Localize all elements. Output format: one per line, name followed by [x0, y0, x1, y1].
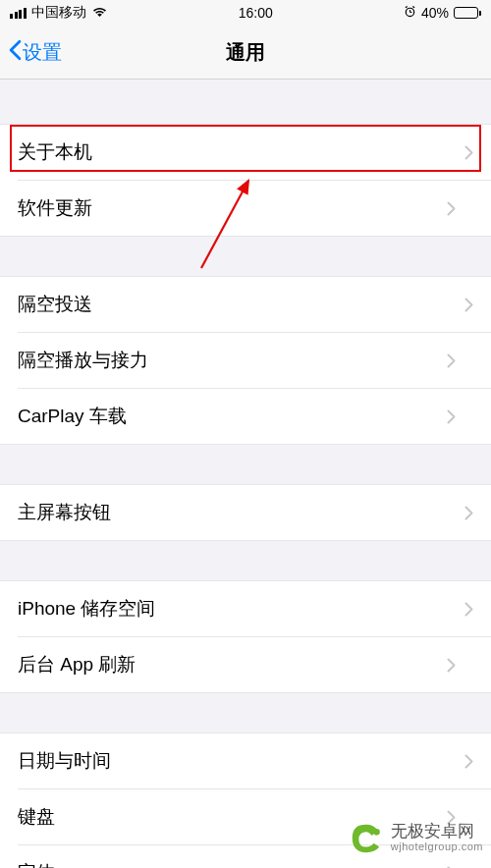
row-software-update[interactable]: 软件更新: [18, 180, 491, 236]
row-label: 关于本机: [18, 139, 92, 165]
row-label: iPhone 储存空间: [18, 596, 155, 622]
row-label: CarPlay 车载: [18, 404, 127, 429]
status-bar: 中国移动 16:00 40%: [0, 0, 491, 26]
row-label: 键盘: [18, 804, 55, 830]
back-button[interactable]: 设置: [0, 39, 62, 66]
content: 关于本机 软件更新 隔空投送 隔空播放与接力 CarPla: [0, 80, 491, 868]
row-carplay[interactable]: CarPlay 车载: [18, 388, 491, 444]
chevron-right-icon: [464, 506, 473, 520]
row-background-refresh[interactable]: 后台 App 刷新: [18, 636, 491, 692]
wifi-icon: [91, 5, 108, 22]
row-about[interactable]: 关于本机: [0, 125, 491, 180]
row-airplay-handoff[interactable]: 隔空播放与接力: [18, 332, 491, 388]
status-time: 16:00: [239, 5, 273, 21]
status-left: 中国移动: [10, 4, 108, 22]
row-label: 隔空投送: [18, 292, 92, 317]
row-iphone-storage[interactable]: iPhone 储存空间: [0, 581, 491, 636]
chevron-right-icon: [447, 409, 456, 424]
chevron-right-icon: [464, 602, 473, 617]
settings-group-3: 主屏幕按钮: [0, 484, 491, 541]
status-right: 40%: [404, 5, 481, 21]
chevron-right-icon: [447, 353, 456, 368]
row-label: 后台 App 刷新: [18, 652, 136, 678]
chevron-right-icon: [447, 658, 456, 673]
chevron-right-icon: [464, 298, 473, 312]
row-date-time[interactable]: 日期与时间: [0, 733, 491, 788]
row-label: 日期与时间: [18, 748, 111, 774]
chevron-right-icon: [464, 754, 473, 769]
svg-line-4: [412, 6, 414, 7]
page-title: 通用: [226, 39, 265, 66]
battery-percentage: 40%: [421, 5, 449, 21]
row-label: 字体: [18, 860, 55, 868]
svg-line-3: [406, 6, 408, 7]
alarm-icon: [404, 5, 416, 21]
signal-icon: [10, 8, 27, 19]
settings-group-2: 隔空投送 隔空播放与接力 CarPlay 车载: [0, 276, 491, 445]
row-label: 隔空播放与接力: [18, 348, 148, 373]
row-keyboard[interactable]: 键盘: [18, 788, 491, 844]
row-label: 主屏幕按钮: [18, 500, 111, 525]
settings-group-1: 关于本机 软件更新: [0, 124, 491, 237]
chevron-right-icon: [464, 145, 473, 160]
back-label: 设置: [23, 39, 62, 66]
chevron-left-icon: [8, 39, 23, 66]
row-airdrop[interactable]: 隔空投送: [0, 277, 491, 332]
row-label: 软件更新: [18, 195, 92, 221]
row-fonts[interactable]: 字体: [18, 844, 491, 868]
row-home-button[interactable]: 主屏幕按钮: [0, 485, 491, 540]
nav-bar: 设置 通用: [0, 26, 491, 80]
settings-group-4: iPhone 储存空间 后台 App 刷新: [0, 580, 491, 693]
settings-group-5: 日期与时间 键盘 字体: [0, 732, 491, 868]
battery-icon: [454, 7, 481, 19]
carrier-label: 中国移动: [31, 4, 86, 22]
chevron-right-icon: [447, 810, 456, 825]
chevron-right-icon: [447, 201, 456, 216]
